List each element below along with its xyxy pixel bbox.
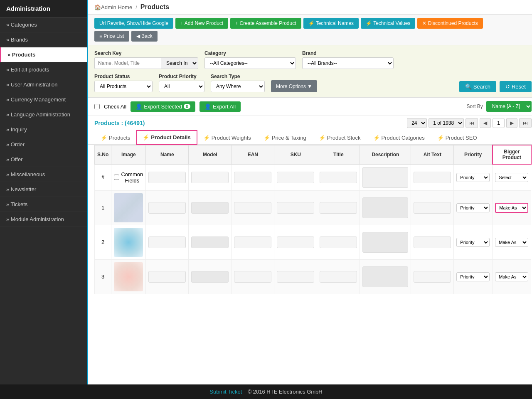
category-select[interactable]: --All Categories-- (204, 57, 296, 69)
ean-field[interactable] (234, 236, 271, 248)
model-field[interactable] (191, 202, 229, 214)
sidebar-item-categories[interactable]: » Categories (0, 17, 87, 32)
alttext-field[interactable] (414, 236, 451, 248)
page-select[interactable]: 1 of 1938 (429, 118, 464, 128)
tab-price-taxing[interactable]: ⚡ Price & Taxing (257, 131, 313, 145)
col-header-image: Image (111, 145, 146, 164)
priority-select-row[interactable]: Priority (456, 238, 490, 247)
reset-button[interactable]: ↺ Reset (500, 81, 532, 92)
desc-field[interactable] (362, 197, 408, 218)
sidebar-item-language-administration[interactable]: » Language Administration (0, 107, 87, 122)
ean-field-common[interactable] (234, 172, 271, 183)
title-cell-common (317, 164, 360, 190)
name-field-common[interactable] (148, 172, 186, 183)
ean-field[interactable] (234, 202, 271, 214)
sidebar-item-newsletter[interactable]: » Newsletter (0, 182, 87, 197)
search-type-select[interactable]: Any Where (211, 81, 265, 92)
ean-field[interactable] (234, 271, 271, 283)
product-status-select[interactable]: All Products (94, 81, 153, 92)
brand-select[interactable]: --All Brands-- (302, 57, 394, 69)
priority-cell: Priority (454, 225, 493, 259)
alttext-field-common[interactable] (414, 172, 451, 183)
technical-names-button[interactable]: ⚡ Technical Names (303, 18, 359, 29)
search-key-label: Search Key (94, 50, 198, 56)
search-button[interactable]: 🔍 Search (459, 81, 496, 92)
tab-product-details[interactable]: ⚡ Product Details (136, 131, 197, 145)
check-all-checkbox[interactable] (94, 104, 100, 109)
alttext-field[interactable] (414, 202, 451, 214)
model-field[interactable] (191, 271, 229, 283)
sku-field[interactable] (277, 271, 314, 283)
sidebar-item-tickets[interactable]: » Tickets (0, 197, 87, 212)
export-all-button[interactable]: 👤 Export All (200, 101, 241, 112)
title-field-common[interactable] (320, 172, 357, 183)
back-button[interactable]: ◀ Back (131, 31, 158, 42)
discontinued-products-button[interactable]: ✕ Discontinued Products (417, 18, 483, 29)
desc-field[interactable] (362, 232, 408, 253)
tab-product-categories[interactable]: ⚡ Product Catgories (367, 131, 431, 145)
more-options-button[interactable]: More Options ▼ (271, 80, 317, 92)
sidebar-item-products[interactable]: » Products (0, 47, 87, 62)
price-list-button[interactable]: ≡ Price List (94, 31, 129, 42)
model-field-common[interactable] (191, 172, 229, 183)
sidebar-item-edit-all-products[interactable]: » Edit all products (0, 62, 87, 77)
url-rewrite-button[interactable]: Url Rewrite, Show/Hide Google (94, 18, 173, 29)
sku-cell (274, 259, 317, 294)
name-field[interactable] (148, 271, 186, 283)
prev-page-button[interactable]: ◀ (480, 118, 491, 128)
product-priority-select[interactable]: All (159, 81, 204, 92)
name-field[interactable] (148, 202, 186, 214)
last-page-button[interactable]: ⏭ (519, 118, 532, 128)
priority-select-common[interactable]: Priority (456, 173, 490, 182)
priority-select-row[interactable]: Priority (456, 203, 490, 212)
add-product-button[interactable]: + Add New Product (175, 18, 228, 29)
sort-by-select[interactable]: Name [A - Z] (486, 101, 532, 112)
sku-field-common[interactable] (277, 172, 314, 183)
sidebar-item-currency-management[interactable]: » Currency Management (0, 92, 87, 107)
bigger-select-row[interactable]: Make As (495, 238, 528, 247)
technical-values-button[interactable]: ⚡ Technical Values (361, 18, 415, 29)
ean-cell (232, 259, 274, 294)
tab-product-seo[interactable]: ⚡ Product SEO (431, 131, 483, 145)
priority-select-row[interactable]: Priority (456, 272, 490, 281)
image-cell (111, 259, 146, 294)
desc-field-common[interactable] (362, 167, 408, 188)
export-selected-button[interactable]: 👤 Export Selected 0 (131, 101, 195, 112)
bigger-select-row[interactable]: Make As (495, 272, 528, 281)
sidebar-item-brands[interactable]: » Brands (0, 32, 87, 47)
submit-ticket-link[interactable]: Submit Ticket (209, 389, 242, 395)
alttext-field[interactable] (414, 271, 451, 283)
sku-field[interactable] (277, 202, 314, 214)
bigger-select-common[interactable]: Select (495, 173, 528, 182)
image-cell-common: Common Fields (111, 164, 146, 190)
page-size-select[interactable]: 24 (407, 118, 427, 128)
sidebar-item-offer[interactable]: » Offer (0, 152, 87, 167)
search-in-select[interactable]: Search In (161, 57, 198, 69)
sidebar-item-miscellaneous[interactable]: » Miscellaneous (0, 167, 87, 182)
title-field[interactable] (320, 202, 357, 214)
breadcrumb-home[interactable]: Admin Home (101, 4, 132, 10)
sku-field[interactable] (277, 236, 314, 248)
name-field[interactable] (148, 236, 186, 248)
desc-cell-common (360, 164, 411, 190)
tab-product-weights[interactable]: ⚡ Product Weights (197, 131, 257, 145)
sidebar-item-module-administration[interactable]: » Module Administration (0, 212, 87, 227)
first-page-button[interactable]: ⏮ (466, 118, 478, 128)
tab-product-stock[interactable]: ⚡ Product Stock (313, 131, 367, 145)
common-checkbox[interactable]: Common Fields (114, 171, 143, 184)
create-assemble-button[interactable]: + Create Assemble Product (230, 18, 301, 29)
model-field[interactable] (191, 236, 229, 248)
title-field[interactable] (320, 236, 357, 248)
search-key-input[interactable] (94, 57, 161, 69)
sidebar-item-user-administration[interactable]: » User Administration (0, 77, 87, 92)
title-field[interactable] (320, 271, 357, 283)
desc-field[interactable] (362, 266, 408, 287)
next-page-button[interactable]: ▶ (506, 118, 517, 128)
bigger-select-row[interactable]: Make As (495, 203, 528, 213)
products-count-row: Products : (46491) 24 1 of 1938 ⏮ ◀ 1 ▶ … (88, 116, 532, 131)
tab-products[interactable]: ⚡ Products (94, 131, 136, 145)
sku-cell (274, 225, 317, 259)
sidebar-item-inquiry[interactable]: » Inquiry (0, 122, 87, 137)
common-fields-checkbox[interactable] (114, 175, 119, 180)
sidebar-item-order[interactable]: » Order (0, 137, 87, 152)
